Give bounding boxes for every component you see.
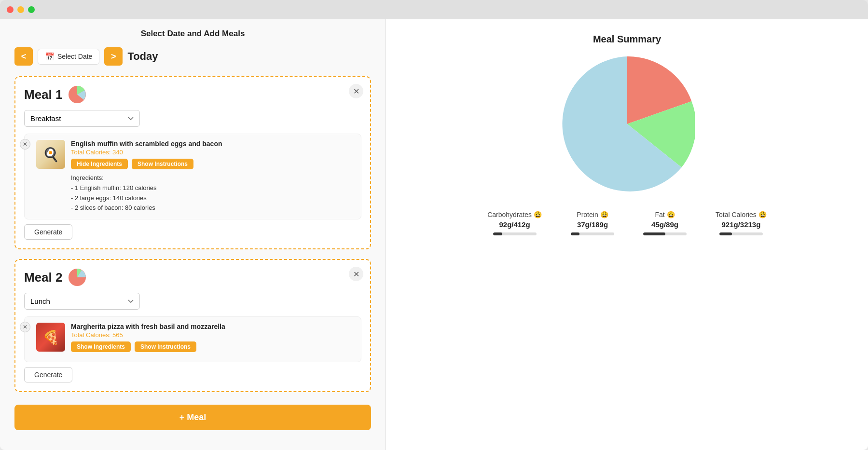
total-calories-bar-bg [719,232,763,235]
food-1-buttons: Hide Ingredients Show Instructions [71,159,355,169]
fat-stat: Fat 😩 45g/89g [643,211,687,235]
food-2-buttons: Show Ingredients Show Instructions [71,341,355,352]
food-1-name: English muffin with scrambled eggs and b… [71,140,355,148]
ingredients-title: Ingredients: [71,173,355,183]
food-item-1: ✕ 🍳 English muffin with scrambled eggs a… [24,134,361,219]
today-label: Today [127,50,158,63]
protein-bar-fill [571,232,579,235]
right-panel: Meal Summary [386,19,868,450]
meal-2-type-select[interactable]: Breakfast Lunch Dinner Snack [24,293,140,310]
minimize-btn[interactable] [17,6,24,13]
food-1-ingredients: Ingredients: - 1 English muffin: 120 cal… [71,173,355,213]
show-instructions-btn-1[interactable]: Show Instructions [132,159,193,169]
main-content: Select Date and Add Meals < 📅 Select Dat… [0,19,868,450]
total-calories-value: 921g/3213g [721,220,760,229]
protein-value: 37g/189g [577,220,608,229]
meal-card-1: Meal 1 ✕ Breakfast Lunch Dinner Snack [14,76,371,249]
fat-bar-bg [643,232,687,235]
select-date-btn[interactable]: 📅 Select Date [38,49,99,65]
carbs-value: 92g/412g [499,220,530,229]
app-window: Select Date and Add Meals < 📅 Select Dat… [0,0,868,450]
food-1-header: 🍳 English muffin with scrambled eggs and… [36,140,355,213]
food-2-remove-btn[interactable]: ✕ [20,322,30,332]
food-1-remove-btn[interactable]: ✕ [20,139,30,150]
fat-label: Fat 😩 [655,211,675,218]
show-ingredients-btn-2[interactable]: Show Ingredients [71,341,131,352]
carbs-bar-bg [493,232,537,235]
calendar-icon: 📅 [45,52,55,61]
fat-bar-fill [643,232,665,235]
close-btn[interactable] [7,6,14,13]
meal-1-type-select[interactable]: Breakfast Lunch Dinner Snack [24,110,140,127]
total-calories-bar-fill [719,232,732,235]
food-1-calories: Total Calories: 340 [71,149,355,156]
protein-bar-bg [571,232,614,235]
fat-value: 45g/89g [651,220,678,229]
food-2-header: 🍕 Margherita pizza with fresh basil and … [36,323,355,356]
meal-2-pie [69,269,86,286]
food-2-name: Margherita pizza with fresh basil and mo… [71,323,355,330]
meal-2-title: Meal 2 [24,270,63,285]
summary-title: Meal Summary [593,34,661,45]
select-date-label: Select Date [57,53,92,60]
total-calories-emoji: 😩 [758,211,767,218]
meal-card-2: Meal 2 ✕ Breakfast Lunch Dinner Snack [14,259,371,392]
show-instructions-btn-2[interactable]: Show Instructions [135,341,196,352]
food-1-image: 🍳 [36,140,65,169]
protein-text: Protein [577,211,598,218]
food-1-info: English muffin with scrambled eggs and b… [71,140,355,213]
page-title: Select Date and Add Meals [14,29,371,39]
protein-stat: Protein 😩 37g/189g [571,211,614,235]
food-item-2: ✕ 🍕 Margherita pizza with fresh basil an… [24,316,361,362]
food-2-calories: Total Calories: 565 [71,331,355,339]
meal-2-close-btn[interactable]: ✕ [349,267,363,281]
food-2-image: 🍕 [36,323,65,352]
ingredient-3: - 2 slices of bacon: 80 calories [71,203,355,213]
maximize-btn[interactable] [28,6,35,13]
next-date-btn[interactable]: > [104,47,123,66]
food-2-info: Margherita pizza with fresh basil and mo… [71,323,355,356]
titlebar [0,0,868,19]
carbs-stat: Carbohydrates 😩 92g/412g [487,211,542,235]
carbs-text: Carbohydrates [487,211,532,218]
protein-emoji: 😩 [600,211,608,218]
meal-1-header: Meal 1 [24,86,361,103]
nutrition-stats: Carbohydrates 😩 92g/412g Protein 😩 37g/1… [487,211,767,235]
add-meal-btn[interactable]: + Meal [14,405,371,430]
ingredient-2: - 2 large eggs: 140 calories [71,193,355,204]
pie-chart-container [560,56,695,191]
total-calories-text: Total Calories [716,211,757,218]
meal-2-generate-btn[interactable]: Generate [24,367,72,382]
total-calories-label: Total Calories 😩 [716,211,767,218]
meal-1-close-btn[interactable]: ✕ [349,84,363,98]
meal-1-pie [69,86,86,103]
hide-ingredients-btn-1[interactable]: Hide Ingredients [71,159,128,169]
carbs-label: Carbohydrates 😩 [487,211,542,218]
pie-chart [560,56,695,191]
prev-date-btn[interactable]: < [14,47,33,66]
ingredient-1: - 1 English muffin: 120 calories [71,183,355,193]
fat-emoji: 😩 [667,211,675,218]
date-nav: < 📅 Select Date > Today [14,47,371,66]
meal-1-generate-btn[interactable]: Generate [24,224,72,240]
total-calories-stat: Total Calories 😩 921g/3213g [716,211,767,235]
carbs-bar-fill [493,232,503,235]
fat-text: Fat [655,211,664,218]
carbs-emoji: 😩 [534,211,542,218]
protein-label: Protein 😩 [577,211,608,218]
left-panel: Select Date and Add Meals < 📅 Select Dat… [0,19,386,450]
meal-1-title: Meal 1 [24,87,63,102]
meal-2-header: Meal 2 [24,269,361,286]
